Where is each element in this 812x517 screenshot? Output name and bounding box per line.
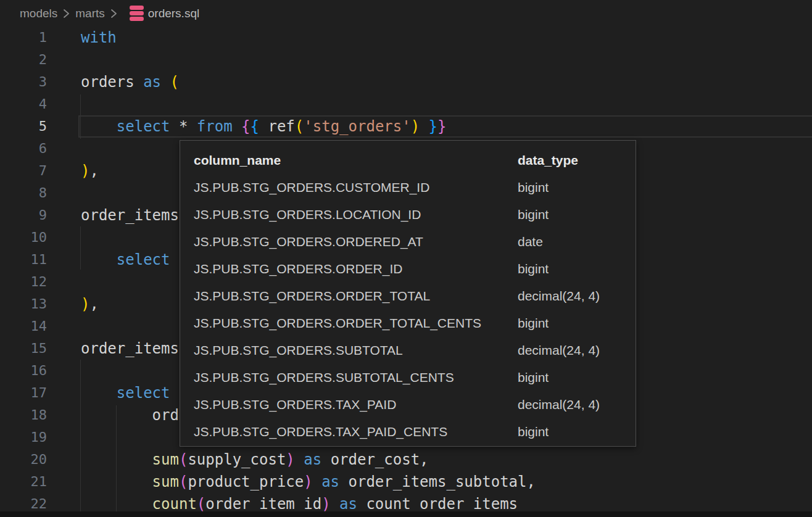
popup-row-7: JS.PUB.STG_ORDERS.SUBTOTAL_CENTSbigint <box>180 364 636 391</box>
popup-data-type: decimal(24, 4) <box>518 283 600 310</box>
line-number[interactable]: 15 <box>0 337 47 360</box>
code-text <box>47 226 81 249</box>
line-number[interactable]: 18 <box>0 404 47 426</box>
popup-data-type: bigint <box>518 364 549 391</box>
code-text: sum(product_price) as order_items_subtot… <box>47 471 536 493</box>
code-text: select <box>47 249 170 271</box>
code-line-20[interactable]: 20 sum(supply_cost) as order_cost, <box>0 449 812 471</box>
popup-row-6: JS.PUB.STG_ORDERS.SUBTOTALdecimal(24, 4) <box>180 337 636 364</box>
line-number[interactable]: 5 <box>0 115 47 138</box>
code-text: ), <box>47 160 99 182</box>
code-text <box>47 360 81 382</box>
popup-data-type: decimal(24, 4) <box>518 391 600 418</box>
breadcrumb-item-models[interactable]: models <box>20 7 57 20</box>
popup-data-type: bigint <box>518 310 549 337</box>
breadcrumb-item-file[interactable]: orders.sql <box>148 7 199 20</box>
popup-row-9: JS.PUB.STG_ORDERS.TAX_PAID_CENTSbigint <box>180 418 636 445</box>
line-number[interactable]: 1 <box>0 27 47 49</box>
line-number[interactable]: 21 <box>0 471 47 493</box>
popup-row-2: JS.PUB.STG_ORDERS.ORDERED_ATdate <box>180 228 636 255</box>
popup-column-name: JS.PUB.STG_ORDERS.LOCATION_ID <box>194 207 421 221</box>
line-number[interactable]: 8 <box>0 182 47 204</box>
line-number[interactable]: 2 <box>0 49 47 71</box>
breadcrumb-item-marts[interactable]: marts <box>75 7 105 20</box>
code-text <box>47 426 81 449</box>
line-number[interactable]: 4 <box>0 93 47 115</box>
code-text <box>47 182 81 204</box>
line-number[interactable]: 19 <box>0 426 47 449</box>
line-number[interactable]: 9 <box>0 204 47 226</box>
breadcrumb: models marts orders.sql <box>0 0 812 27</box>
popup-row-0: JS.PUB.STG_ORDERS.CUSTOMER_IDbigint <box>180 174 636 201</box>
popup-data-type: bigint <box>518 201 549 228</box>
line-number[interactable]: 20 <box>0 449 47 471</box>
column-metadata-popup: column_name data_type JS.PUB.STG_ORDERS.… <box>180 140 636 447</box>
code-text: ), <box>47 293 99 315</box>
popup-column-name: JS.PUB.STG_ORDERS.CUSTOMER_ID <box>194 180 429 194</box>
chevron-right-icon <box>63 8 70 19</box>
popup-row-4: JS.PUB.STG_ORDERS.ORDER_TOTALdecimal(24,… <box>180 283 636 310</box>
code-text: select <box>47 382 170 404</box>
code-text: select * from {{ ref('stg_orders') }} <box>47 115 446 138</box>
popup-data-type: bigint <box>518 418 549 445</box>
code-line-3[interactable]: 3orders as ( <box>0 71 812 93</box>
line-number[interactable]: 7 <box>0 160 47 182</box>
line-number[interactable]: 6 <box>0 138 47 160</box>
popup-column-name: JS.PUB.STG_ORDERS.ORDER_TOTAL <box>194 289 430 303</box>
line-number[interactable]: 13 <box>0 293 47 315</box>
line-number[interactable]: 14 <box>0 315 47 337</box>
line-number[interactable]: 11 <box>0 249 47 271</box>
chevron-right-icon <box>110 8 117 19</box>
code-line-5[interactable]: 5 select * from {{ ref('stg_orders') }} <box>0 115 812 138</box>
code-line-4[interactable]: 4 <box>0 93 812 115</box>
editor-bottom-strip <box>0 511 812 517</box>
popup-column-name: JS.PUB.STG_ORDERS.ORDER_TOTAL_CENTS <box>194 316 481 330</box>
code-text: ord <box>47 404 179 426</box>
code-line-1[interactable]: 1with <box>0 27 812 49</box>
popup-header-row: column_name data_type <box>180 147 636 174</box>
line-number[interactable]: 17 <box>0 382 47 404</box>
popup-column-name: JS.PUB.STG_ORDERS.SUBTOTAL_CENTS <box>194 370 454 384</box>
popup-row-3: JS.PUB.STG_ORDERS.ORDER_IDbigint <box>180 255 636 283</box>
code-text: order_items <box>47 337 179 360</box>
editor-pane[interactable]: models marts orders.sql 1with23orders as… <box>0 0 812 517</box>
popup-column-name: JS.PUB.STG_ORDERS.TAX_PAID <box>194 397 396 412</box>
popup-header-data-type: data_type <box>518 147 578 174</box>
popup-column-name: JS.PUB.STG_ORDERS.SUBTOTAL <box>194 343 403 357</box>
popup-row-8: JS.PUB.STG_ORDERS.TAX_PAIDdecimal(24, 4) <box>180 391 636 418</box>
popup-header-column-name: column_name <box>194 153 281 167</box>
popup-data-type: bigint <box>518 174 549 201</box>
code-text <box>47 49 81 71</box>
code-text: order_items <box>47 204 179 226</box>
code-text <box>47 271 81 293</box>
popup-column-name: JS.PUB.STG_ORDERS.ORDER_ID <box>194 262 402 276</box>
line-number[interactable]: 12 <box>0 271 47 293</box>
code-text <box>47 315 81 337</box>
popup-row-5: JS.PUB.STG_ORDERS.ORDER_TOTAL_CENTSbigin… <box>180 310 636 337</box>
popup-column-name: JS.PUB.STG_ORDERS.ORDERED_AT <box>194 234 423 249</box>
code-text <box>47 93 81 115</box>
code-line-21[interactable]: 21 sum(product_price) as order_items_sub… <box>0 471 812 493</box>
popup-row-1: JS.PUB.STG_ORDERS.LOCATION_IDbigint <box>180 201 636 228</box>
code-line-2[interactable]: 2 <box>0 49 812 71</box>
popup-data-type: date <box>518 228 543 255</box>
line-number[interactable]: 10 <box>0 226 47 249</box>
popup-column-name: JS.PUB.STG_ORDERS.TAX_PAID_CENTS <box>194 424 447 439</box>
code-text: sum(supply_cost) as order_cost, <box>47 449 429 471</box>
code-text <box>47 138 81 160</box>
code-text: orders as ( <box>47 71 179 93</box>
popup-rows: JS.PUB.STG_ORDERS.CUSTOMER_IDbigintJS.PU… <box>180 174 636 445</box>
popup-data-type: bigint <box>518 255 549 283</box>
database-icon <box>130 6 144 21</box>
popup-data-type: decimal(24, 4) <box>518 337 600 364</box>
code-text: with <box>47 27 117 49</box>
line-number[interactable]: 3 <box>0 71 47 93</box>
line-number[interactable]: 16 <box>0 360 47 382</box>
